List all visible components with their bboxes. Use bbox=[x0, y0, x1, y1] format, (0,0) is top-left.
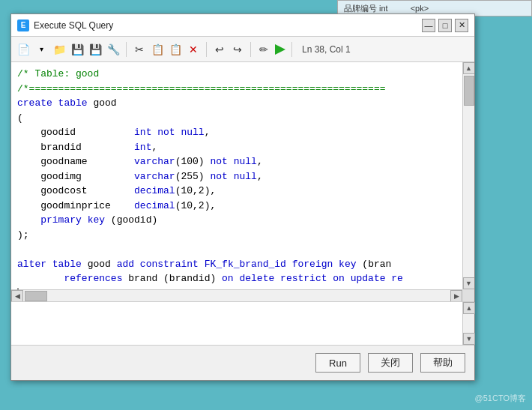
sep3 bbox=[250, 42, 251, 57]
code-editor[interactable]: /* Table: good /*=======================… bbox=[11, 62, 474, 302]
save-button[interactable]: 💾 bbox=[68, 40, 86, 58]
scroll-right-button[interactable]: ▶ bbox=[450, 290, 462, 302]
bg-col1: 品牌编号 int bbox=[344, 3, 388, 14]
scrollbar-corner bbox=[462, 289, 474, 301]
close-button[interactable]: ✕ bbox=[455, 19, 468, 32]
hscroll-thumb[interactable] bbox=[25, 291, 47, 301]
toolbar-group-history: ↩ ↪ bbox=[211, 40, 247, 58]
minimize-button[interactable]: — bbox=[422, 19, 435, 32]
close-dialog-button[interactable]: 关闭 bbox=[368, 353, 413, 373]
toolbar-group-edit: ✂ 📋 📋 ✕ bbox=[130, 40, 202, 58]
maximize-button[interactable]: □ bbox=[438, 19, 452, 32]
redo-button[interactable]: ↪ bbox=[229, 40, 247, 58]
vertical-scrollbar[interactable]: ▲ ▼ bbox=[462, 62, 474, 289]
new-button[interactable]: 📄 bbox=[14, 40, 32, 58]
out-scroll-up[interactable]: ▲ bbox=[463, 302, 475, 314]
cut-button[interactable]: ✂ bbox=[130, 40, 148, 58]
execute-sql-dialog: E Execute SQL Query — □ ✕ 📄 ▾ 📁 💾 💾 🔧 ✂ … bbox=[10, 13, 475, 381]
toolbar-group-run: ✏ bbox=[255, 40, 288, 58]
saveas-button[interactable]: 💾 bbox=[86, 40, 104, 58]
output-vscroll[interactable]: ▲ ▼ bbox=[462, 302, 474, 345]
status-indicator: Ln 38, Col 1 bbox=[302, 44, 351, 55]
run-triangle-icon bbox=[275, 44, 285, 55]
code-content[interactable]: /* Table: good /*=======================… bbox=[17, 67, 456, 289]
run-button[interactable]: Run bbox=[315, 353, 360, 373]
window-controls: — □ ✕ bbox=[422, 19, 468, 32]
dialog-icon: E bbox=[17, 19, 29, 31]
bg-col2: <pk> bbox=[411, 4, 429, 13]
new-dropdown[interactable]: ▾ bbox=[32, 40, 50, 58]
toolbar-group-file: 📄 ▾ 📁 💾 💾 🔧 bbox=[14, 40, 122, 58]
scroll-thumb[interactable] bbox=[464, 76, 474, 106]
sep4 bbox=[291, 42, 292, 57]
toolbar: 📄 ▾ 📁 💾 💾 🔧 ✂ 📋 📋 ✕ ↩ ↪ ✏ Ln 38, Col 1 bbox=[11, 37, 474, 62]
title-bar: E Execute SQL Query — □ ✕ bbox=[11, 14, 474, 37]
delete-button[interactable]: ✕ bbox=[184, 40, 202, 58]
undo-button[interactable]: ↩ bbox=[211, 40, 229, 58]
watermark: @51CTO博客 bbox=[475, 393, 526, 404]
sep1 bbox=[126, 42, 127, 57]
button-bar: Run 关闭 帮助 bbox=[11, 346, 474, 380]
settings-button[interactable]: 🔧 bbox=[104, 40, 122, 58]
edit-button[interactable]: ✏ bbox=[255, 40, 273, 58]
help-button[interactable]: 帮助 bbox=[420, 353, 465, 373]
paste-button[interactable]: 📋 bbox=[166, 40, 184, 58]
horizontal-scrollbar[interactable]: ◀ ▶ bbox=[11, 289, 462, 301]
out-scroll-down[interactable]: ▼ bbox=[463, 333, 475, 345]
sep2 bbox=[206, 42, 207, 57]
output-area: ▲ ▼ bbox=[11, 302, 474, 346]
scroll-left-button[interactable]: ◀ bbox=[11, 290, 23, 302]
run-toolbar-button[interactable] bbox=[273, 42, 288, 57]
scroll-down-button[interactable]: ▼ bbox=[463, 277, 475, 289]
open-button[interactable]: 📁 bbox=[50, 40, 68, 58]
dialog-title: Execute SQL Query bbox=[34, 20, 422, 31]
code-scroll-area: /* Table: good /*=======================… bbox=[11, 62, 462, 289]
copy-button[interactable]: 📋 bbox=[148, 40, 166, 58]
scroll-up-button[interactable]: ▲ bbox=[463, 62, 475, 74]
